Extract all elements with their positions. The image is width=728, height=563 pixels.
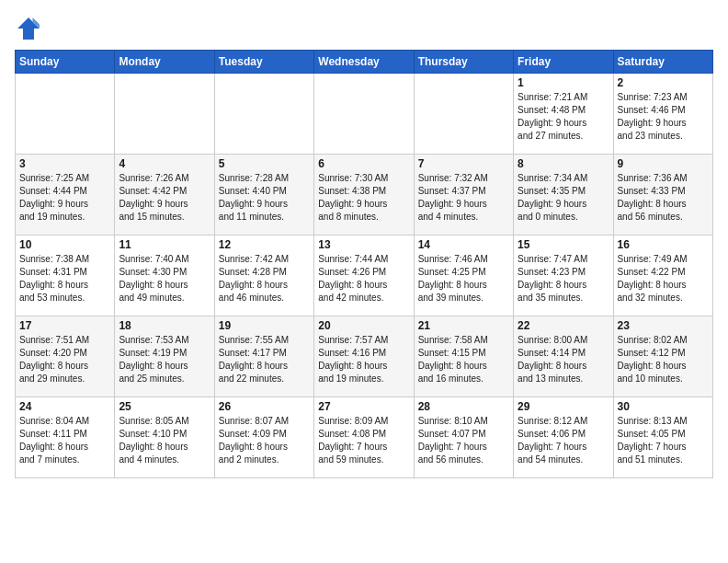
day-info: Sunrise: 7:26 AM Sunset: 4:42 PM Dayligh…	[119, 172, 210, 224]
day-number: 2	[618, 76, 709, 89]
day-info: Sunrise: 8:00 AM Sunset: 4:14 PM Dayligh…	[518, 334, 609, 385]
day-info: Sunrise: 7:57 AM Sunset: 4:16 PM Dayligh…	[318, 334, 409, 385]
calendar-cell: 22Sunrise: 8:00 AM Sunset: 4:14 PM Dayli…	[514, 316, 613, 397]
day-number: 18	[119, 319, 210, 332]
day-number: 14	[418, 238, 509, 251]
calendar-cell: 1Sunrise: 7:21 AM Sunset: 4:48 PM Daylig…	[514, 74, 613, 155]
day-number: 19	[219, 319, 310, 332]
calendar-cell: 11Sunrise: 7:40 AM Sunset: 4:30 PM Dayli…	[115, 236, 214, 316]
day-number: 28	[418, 400, 509, 413]
calendar-cell: 18Sunrise: 7:53 AM Sunset: 4:19 PM Dayli…	[115, 316, 214, 397]
calendar-cell: 21Sunrise: 7:58 AM Sunset: 4:15 PM Dayli…	[414, 316, 513, 397]
column-header-tuesday: Tuesday	[214, 51, 313, 74]
column-header-wednesday: Wednesday	[314, 51, 414, 74]
calendar-cell	[115, 74, 214, 155]
day-number: 6	[318, 157, 409, 170]
day-number: 26	[219, 400, 310, 413]
day-number: 22	[518, 319, 609, 332]
day-number: 10	[19, 238, 110, 251]
day-number: 23	[618, 319, 709, 332]
day-info: Sunrise: 7:36 AM Sunset: 4:33 PM Dayligh…	[618, 172, 709, 224]
day-number: 11	[119, 238, 210, 251]
calendar-cell: 3Sunrise: 7:25 AM Sunset: 4:44 PM Daylig…	[16, 155, 115, 236]
day-info: Sunrise: 7:34 AM Sunset: 4:35 PM Dayligh…	[518, 172, 609, 224]
day-info: Sunrise: 7:38 AM Sunset: 4:31 PM Dayligh…	[19, 253, 110, 304]
calendar-cell: 23Sunrise: 8:02 AM Sunset: 4:12 PM Dayli…	[613, 316, 712, 397]
calendar-cell: 29Sunrise: 8:12 AM Sunset: 4:06 PM Dayli…	[514, 397, 613, 478]
day-info: Sunrise: 7:32 AM Sunset: 4:37 PM Dayligh…	[418, 172, 509, 224]
day-number: 9	[618, 157, 709, 170]
calendar-cell: 7Sunrise: 7:32 AM Sunset: 4:37 PM Daylig…	[414, 155, 513, 236]
day-info: Sunrise: 7:44 AM Sunset: 4:26 PM Dayligh…	[318, 253, 409, 304]
calendar-cell: 16Sunrise: 7:49 AM Sunset: 4:22 PM Dayli…	[613, 236, 712, 316]
calendar-cell	[214, 74, 313, 155]
day-number: 30	[618, 400, 709, 413]
day-number: 24	[19, 400, 110, 413]
day-number: 15	[518, 238, 609, 251]
day-number: 1	[518, 76, 609, 89]
calendar-cell: 26Sunrise: 8:07 AM Sunset: 4:09 PM Dayli…	[214, 397, 313, 478]
day-info: Sunrise: 7:55 AM Sunset: 4:17 PM Dayligh…	[219, 334, 310, 385]
calendar-cell: 4Sunrise: 7:26 AM Sunset: 4:42 PM Daylig…	[115, 155, 214, 236]
calendar-cell: 25Sunrise: 8:05 AM Sunset: 4:10 PM Dayli…	[115, 397, 214, 478]
column-header-saturday: Saturday	[613, 51, 712, 74]
calendar-week-row: 3Sunrise: 7:25 AM Sunset: 4:44 PM Daylig…	[16, 155, 713, 236]
day-info: Sunrise: 8:10 AM Sunset: 4:07 PM Dayligh…	[418, 415, 509, 466]
column-header-sunday: Sunday	[16, 51, 115, 74]
calendar-cell: 19Sunrise: 7:55 AM Sunset: 4:17 PM Dayli…	[214, 316, 313, 397]
calendar-cell: 15Sunrise: 7:47 AM Sunset: 4:23 PM Dayli…	[514, 236, 613, 316]
calendar-cell	[314, 74, 414, 155]
calendar-cell: 10Sunrise: 7:38 AM Sunset: 4:31 PM Dayli…	[16, 236, 115, 316]
day-info: Sunrise: 8:07 AM Sunset: 4:09 PM Dayligh…	[219, 415, 310, 466]
day-info: Sunrise: 8:05 AM Sunset: 4:10 PM Dayligh…	[119, 415, 210, 466]
column-header-friday: Friday	[514, 51, 613, 74]
column-header-thursday: Thursday	[414, 51, 513, 74]
day-info: Sunrise: 7:42 AM Sunset: 4:28 PM Dayligh…	[219, 253, 310, 304]
calendar-cell: 13Sunrise: 7:44 AM Sunset: 4:26 PM Dayli…	[314, 236, 414, 316]
calendar-week-row: 10Sunrise: 7:38 AM Sunset: 4:31 PM Dayli…	[16, 236, 713, 316]
day-info: Sunrise: 7:40 AM Sunset: 4:30 PM Dayligh…	[119, 253, 210, 304]
calendar-cell: 6Sunrise: 7:30 AM Sunset: 4:38 PM Daylig…	[314, 155, 414, 236]
day-number: 5	[219, 157, 310, 170]
day-info: Sunrise: 7:51 AM Sunset: 4:20 PM Dayligh…	[19, 334, 110, 385]
day-info: Sunrise: 7:47 AM Sunset: 4:23 PM Dayligh…	[518, 253, 609, 304]
calendar-week-row: 1Sunrise: 7:21 AM Sunset: 4:48 PM Daylig…	[16, 74, 713, 155]
calendar-cell	[16, 74, 115, 155]
day-info: Sunrise: 7:21 AM Sunset: 4:48 PM Dayligh…	[518, 91, 609, 143]
calendar-cell: 14Sunrise: 7:46 AM Sunset: 4:25 PM Dayli…	[414, 236, 513, 316]
day-number: 3	[19, 157, 110, 170]
svg-marker-0	[17, 17, 40, 40]
calendar-cell: 24Sunrise: 8:04 AM Sunset: 4:11 PM Dayli…	[16, 397, 115, 478]
calendar-cell: 28Sunrise: 8:10 AM Sunset: 4:07 PM Dayli…	[414, 397, 513, 478]
day-number: 8	[518, 157, 609, 170]
day-number: 13	[318, 238, 409, 251]
calendar-cell: 17Sunrise: 7:51 AM Sunset: 4:20 PM Dayli…	[16, 316, 115, 397]
day-number: 25	[119, 400, 210, 413]
day-info: Sunrise: 7:30 AM Sunset: 4:38 PM Dayligh…	[318, 172, 409, 224]
day-number: 16	[618, 238, 709, 251]
day-number: 17	[19, 319, 110, 332]
column-header-monday: Monday	[115, 51, 214, 74]
calendar-cell: 20Sunrise: 7:57 AM Sunset: 4:16 PM Dayli…	[314, 316, 414, 397]
calendar-week-row: 17Sunrise: 7:51 AM Sunset: 4:20 PM Dayli…	[16, 316, 713, 397]
day-info: Sunrise: 7:28 AM Sunset: 4:40 PM Dayligh…	[219, 172, 310, 224]
calendar-cell: 2Sunrise: 7:23 AM Sunset: 4:46 PM Daylig…	[613, 74, 712, 155]
day-number: 12	[219, 238, 310, 251]
header	[15, 15, 713, 42]
calendar-header-row: SundayMondayTuesdayWednesdayThursdayFrid…	[16, 51, 713, 74]
logo-icon	[15, 15, 42, 42]
day-number: 21	[418, 319, 509, 332]
day-info: Sunrise: 7:46 AM Sunset: 4:25 PM Dayligh…	[418, 253, 509, 304]
day-info: Sunrise: 8:09 AM Sunset: 4:08 PM Dayligh…	[318, 415, 409, 466]
day-number: 29	[518, 400, 609, 413]
calendar-cell: 30Sunrise: 8:13 AM Sunset: 4:05 PM Dayli…	[613, 397, 712, 478]
day-number: 7	[418, 157, 509, 170]
day-info: Sunrise: 7:58 AM Sunset: 4:15 PM Dayligh…	[418, 334, 509, 385]
calendar-table: SundayMondayTuesdayWednesdayThursdayFrid…	[15, 50, 713, 478]
calendar-cell: 12Sunrise: 7:42 AM Sunset: 4:28 PM Dayli…	[214, 236, 313, 316]
calendar-cell: 9Sunrise: 7:36 AM Sunset: 4:33 PM Daylig…	[613, 155, 712, 236]
calendar-week-row: 24Sunrise: 8:04 AM Sunset: 4:11 PM Dayli…	[16, 397, 713, 478]
calendar-cell: 27Sunrise: 8:09 AM Sunset: 4:08 PM Dayli…	[314, 397, 414, 478]
day-info: Sunrise: 8:02 AM Sunset: 4:12 PM Dayligh…	[618, 334, 709, 385]
day-info: Sunrise: 7:53 AM Sunset: 4:19 PM Dayligh…	[119, 334, 210, 385]
